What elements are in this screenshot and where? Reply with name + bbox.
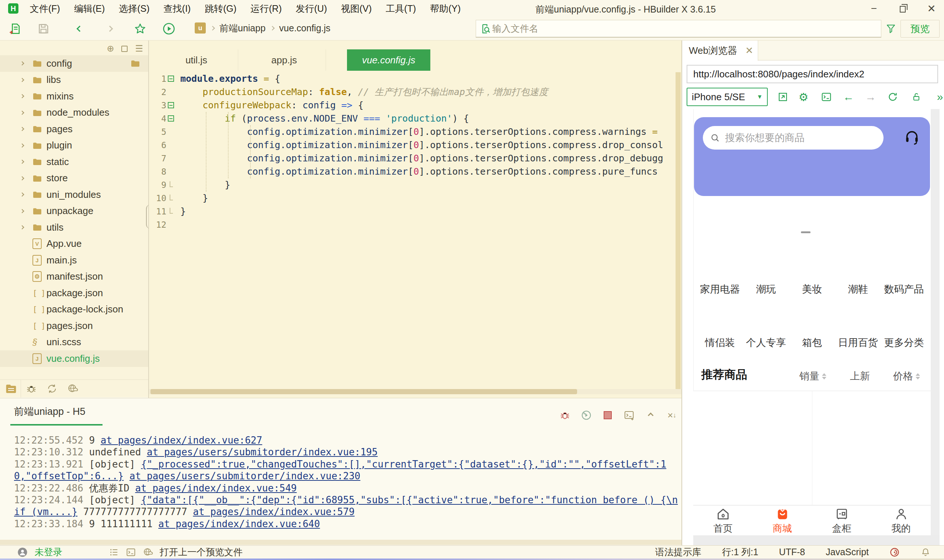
tree-item-pages[interactable]: pages (0, 121, 148, 137)
code-editor[interactable]: util.jsapp.jsvue.config.js 1234567891011… (149, 40, 682, 398)
file-search-box[interactable] (476, 20, 881, 38)
console-source-link[interactable]: at pages/index/index.vue:549 (135, 483, 296, 494)
category-潮玩[interactable]: 潮玩 (743, 282, 789, 297)
menu-item[interactable]: 选择(S) (112, 3, 156, 15)
tree-item-package.json[interactable]: [ ]package.json (0, 285, 148, 302)
restore-button[interactable] (895, 3, 910, 14)
locate-folder-icon[interactable] (131, 60, 140, 67)
tree-item-config[interactable]: config (0, 55, 148, 72)
more-tools-chevrons-icon[interactable]: » (932, 88, 944, 105)
fold-toggle-icon[interactable] (168, 75, 174, 82)
tree-item-main.js[interactable]: Jmain.js (0, 252, 148, 269)
open-external-icon[interactable] (774, 88, 791, 105)
tree-item-mixins[interactable]: mixins (0, 88, 148, 105)
tree-item-libs[interactable]: libs (0, 72, 148, 88)
sync-view-icon[interactable] (46, 383, 57, 394)
folder-chevron-icon[interactable] (21, 62, 32, 65)
menu-item[interactable]: 工具(T) (379, 3, 423, 15)
menu-item[interactable]: 发行(U) (289, 3, 334, 15)
url-input[interactable] (693, 68, 932, 80)
run-icon[interactable] (162, 22, 176, 35)
browser-settings-gear-icon[interactable]: ⚙ (795, 88, 812, 105)
folder-chevron-icon[interactable] (21, 128, 32, 131)
console-source-link[interactable]: at pages/index/index.vue:640 (158, 518, 320, 529)
category-潮鞋[interactable]: 潮鞋 (835, 282, 881, 297)
breadcrumb[interactable]: u 前端uniapp vue.config.js (195, 20, 330, 36)
tree-item-store[interactable]: store (0, 170, 148, 187)
console-source-link[interactable]: at pages/users/submitorder/index.vue:230 (130, 471, 360, 482)
breadcrumb-file[interactable]: vue.config.js (279, 23, 330, 34)
preview-button[interactable]: 预览 (901, 20, 939, 38)
editor-tab-util.js[interactable]: util.js (155, 49, 238, 71)
tabbar-商城[interactable]: 商城 (753, 506, 812, 535)
terminal-icon[interactable] (126, 547, 136, 557)
minimize-button[interactable]: − (867, 3, 881, 14)
folder-chevron-icon[interactable] (21, 177, 32, 180)
tree-item-uni_modules[interactable]: uni_modules (0, 186, 148, 203)
category-个人专享[interactable]: 个人专享 (743, 335, 789, 350)
restart-icon[interactable] (580, 409, 592, 421)
editor-horizontal-scrollbar[interactable] (149, 389, 682, 394)
tabbar-盒柜[interactable]: 盒柜 (812, 506, 872, 535)
stop-icon[interactable] (602, 409, 614, 421)
tree-item-utils[interactable]: utils (0, 219, 148, 236)
fold-toggle-icon[interactable] (168, 102, 174, 108)
sort-价格[interactable]: 价格 (893, 369, 920, 383)
syntax-library-label[interactable]: 语法提示库 (655, 546, 701, 558)
category-更多分类[interactable]: 更多分类 (881, 335, 927, 350)
category-日用百货[interactable]: 日用百货 (835, 335, 881, 350)
menu-item[interactable]: 查找(I) (157, 3, 198, 15)
tree-item-vue.config.js[interactable]: Jvue.config.js (0, 350, 148, 367)
editor-vertical-scrollbar[interactable] (676, 72, 681, 394)
cursor-position[interactable]: 行:1 列:1 (722, 546, 759, 558)
folder-chevron-icon[interactable] (21, 78, 32, 82)
collapse-panel-icon[interactable] (645, 409, 656, 421)
console-source-link[interactable]: at pages/index/index.vue:579 (193, 506, 354, 517)
preview-globe-icon[interactable] (143, 547, 153, 557)
remote-view-icon[interactable] (67, 383, 78, 394)
unlock-icon[interactable] (908, 88, 925, 105)
new-file-icon[interactable] (9, 22, 22, 35)
tabbar-我的[interactable]: 我的 (872, 506, 931, 535)
folder-chevron-icon[interactable] (21, 226, 32, 229)
browser-console-icon[interactable] (818, 88, 835, 105)
browser-refresh-icon[interactable] (884, 88, 901, 105)
star-icon[interactable] (134, 22, 147, 35)
tree-item-static[interactable]: static (0, 154, 148, 170)
console-tab[interactable]: 前端uniapp - H5 (14, 405, 86, 418)
language-mode-label[interactable]: JavaScript (826, 547, 869, 557)
breadcrumb-project[interactable]: 前端uniapp (219, 22, 265, 34)
console-source-link[interactable]: at pages/index/index.vue:627 (101, 435, 262, 446)
editor-code[interactable]: module.exports = { productionSourceMap: … (180, 72, 682, 231)
menu-item[interactable]: 文件(F) (23, 3, 67, 15)
console-scrollbar[interactable] (0, 540, 682, 545)
tabbar-首页[interactable]: 首页 (693, 506, 753, 535)
browser-scrollbar[interactable] (931, 109, 939, 545)
notification-dot-icon[interactable] (889, 547, 900, 557)
terminal-plus-icon[interactable] (623, 409, 635, 421)
category-家用电器[interactable]: 家用电器 (697, 282, 743, 297)
customer-service-headset-icon[interactable] (904, 128, 921, 145)
tree-item-package-lock.json[interactable]: [ ]package-lock.json (0, 302, 148, 318)
tree-item-manifest.json[interactable]: ⚙manifest.json (0, 269, 148, 285)
back-icon[interactable] (73, 22, 86, 35)
debug-bug-icon[interactable] (559, 409, 571, 421)
encoding-label[interactable]: UTF-8 (779, 547, 805, 557)
menu-item[interactable]: 视图(V) (334, 3, 379, 15)
forward-icon[interactable] (103, 22, 117, 35)
fold-toggle-icon[interactable] (168, 115, 174, 122)
browser-tab[interactable]: Web浏览器 ✕ (682, 40, 758, 61)
file-search-input[interactable] (492, 23, 876, 34)
close-button[interactable]: ✕ (924, 3, 939, 15)
folder-chevron-icon[interactable] (21, 144, 32, 147)
menu-item[interactable]: 跳转(G) (197, 3, 244, 15)
task-list-icon[interactable] (109, 547, 119, 557)
browser-back-icon[interactable]: ← (840, 88, 857, 105)
menu-item[interactable]: 帮助(Y) (423, 3, 467, 15)
clear-console-icon[interactable]: ×↓ (666, 409, 678, 421)
explorer-menu-icon[interactable]: ☰ (135, 43, 143, 54)
locate-file-icon[interactable]: ⊕ (106, 43, 114, 54)
bell-icon[interactable] (921, 547, 931, 557)
folder-chevron-icon[interactable] (21, 160, 32, 163)
category-数码产品[interactable]: 数码产品 (881, 282, 927, 297)
